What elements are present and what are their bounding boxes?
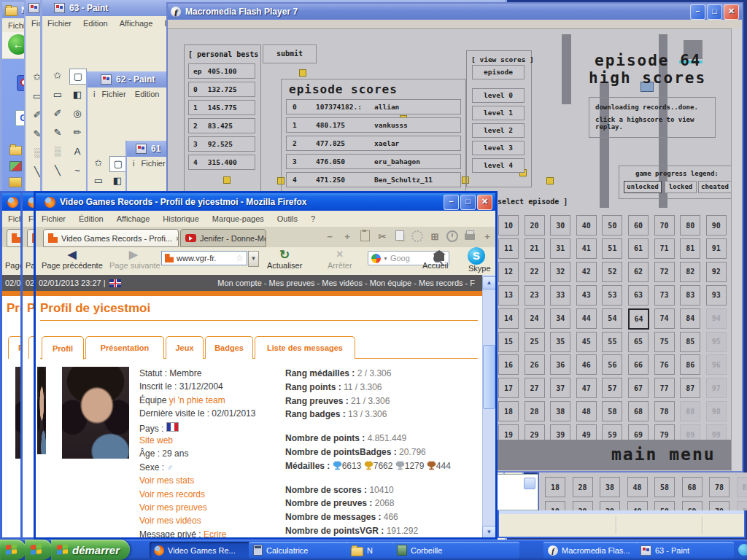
level-1-button[interactable]: level 1 bbox=[472, 106, 525, 120]
minimize-button[interactable]: – bbox=[444, 195, 459, 210]
profile-tab-badges[interactable]: Badges bbox=[205, 336, 253, 359]
brush-icon[interactable]: ✏ bbox=[69, 125, 85, 140]
episode-cell-26[interactable]: 26 bbox=[525, 354, 545, 375]
main-menu-button[interactable]: main menu bbox=[611, 445, 716, 464]
episode-cell-37[interactable]: 37 bbox=[550, 378, 570, 398]
profile-tab-jeux[interactable]: Jeux bbox=[166, 336, 204, 359]
episode-cell-48[interactable]: 48 bbox=[576, 401, 597, 421]
menu-[interactable]: ? bbox=[311, 214, 315, 223]
episode-cell-45[interactable]: 45 bbox=[576, 332, 597, 352]
profile-tab-pr-sentation[interactable]: Présentation bbox=[85, 336, 164, 359]
legend-unlocked-button[interactable]: unlocked bbox=[624, 181, 662, 193]
episode-cell-54[interactable]: 54 bbox=[602, 308, 622, 329]
home-icon[interactable] bbox=[434, 254, 444, 261]
profile-link[interactable]: Voir mes records bbox=[139, 489, 205, 499]
scroll-thumb[interactable] bbox=[483, 345, 495, 409]
episode-cell-64[interactable]: 64 bbox=[628, 308, 649, 330]
taskbar-item-video-games-re-[interactable]: Video Games Re... bbox=[150, 542, 253, 559]
episode-cell-11[interactable]: 11 bbox=[498, 238, 519, 259]
scroll-up-button[interactable]: ▲ bbox=[482, 276, 495, 289]
episode-score-row[interactable]: 0107374182.:allian bbox=[286, 99, 461, 114]
add-icon[interactable]: + bbox=[481, 230, 494, 244]
profile-link[interactable]: Voir mes vidéos bbox=[139, 516, 201, 526]
spinner-icon[interactable] bbox=[411, 230, 424, 244]
history-clock-icon[interactable] bbox=[446, 230, 459, 244]
episode-cell-16[interactable]: 16 bbox=[498, 354, 519, 375]
episode-cell-52[interactable]: 52 bbox=[602, 262, 622, 282]
tab-youtube[interactable]: Jenifer - Donne-Moi Le Tem... bbox=[180, 229, 266, 247]
ghost-menubar[interactable]: Fichier bbox=[2, 211, 20, 227]
episode-cell-82[interactable]: 82 bbox=[680, 262, 700, 282]
ghost-profile-tab[interactable]: Profil bbox=[28, 336, 34, 359]
episode-cell-27[interactable]: 27 bbox=[525, 378, 545, 398]
episode-cell-34[interactable]: 34 bbox=[550, 308, 570, 329]
forward-icon[interactable]: ▶ bbox=[129, 248, 138, 261]
ghost-tab[interactable]: Video Games Records - Profi... bbox=[7, 229, 20, 247]
episode-cell-87[interactable]: 87 bbox=[680, 378, 700, 398]
episode-cell-71[interactable]: 71 bbox=[654, 238, 675, 259]
back-button[interactable]: Page précédente bbox=[42, 261, 103, 270]
episode-cell-51[interactable]: 51 bbox=[602, 238, 622, 259]
episode-cell-83[interactable]: 83 bbox=[680, 285, 700, 306]
profile-link[interactable]: yi 'n phie team bbox=[169, 395, 225, 405]
skype-icon[interactable]: S bbox=[468, 247, 485, 265]
search-engine-dropdown[interactable]: ▼ bbox=[383, 256, 388, 261]
print-icon[interactable] bbox=[463, 230, 476, 244]
home-button[interactable]: Accueil bbox=[422, 261, 448, 270]
legend-locked-button[interactable]: locked bbox=[665, 181, 697, 193]
curve-icon[interactable]: ~ bbox=[69, 163, 85, 178]
firefox-menubar[interactable]: FichierÉditionAffichageHistoriqueMarque-… bbox=[36, 211, 495, 227]
episode-cell-84[interactable]: 84 bbox=[680, 308, 700, 329]
level-0-button[interactable]: level 0 bbox=[472, 88, 525, 103]
personal-best-row[interactable]: ep405.100 bbox=[188, 63, 255, 79]
scroll-down-button[interactable]: ▼ bbox=[482, 526, 495, 537]
taskbar-item-63-paint[interactable]: 63 - Paint bbox=[636, 542, 734, 559]
uk-flag-icon[interactable] bbox=[109, 279, 121, 287]
ghost-profile-tab[interactable]: Profil bbox=[8, 336, 20, 359]
refresh-button[interactable]: Actualiser bbox=[267, 261, 302, 270]
episode-cell-36[interactable]: 36 bbox=[550, 354, 570, 375]
free-select-icon[interactable]: ✩ bbox=[90, 156, 107, 171]
tray-icon[interactable] bbox=[738, 544, 747, 556]
firefox-window-ghost-1[interactable]: Video Games Records - Profil de yicestmo… bbox=[0, 191, 20, 540]
episode-cell-20[interactable]: 20 bbox=[525, 215, 545, 236]
episode-cell-41[interactable]: 41 bbox=[576, 238, 597, 259]
free-select-icon[interactable]: ✩ bbox=[50, 69, 66, 83]
menu-item-fichier[interactable]: Fichier bbox=[47, 19, 71, 28]
flash-scroll-strip[interactable] bbox=[731, 28, 742, 471]
skype-button[interactable]: Skype bbox=[468, 264, 491, 273]
pane-file-icon[interactable] bbox=[9, 177, 22, 187]
episode-cell-ghost-69[interactable]: 69 bbox=[682, 501, 703, 510]
cut-icon[interactable]: ✂ bbox=[376, 230, 389, 244]
episode-cell-60[interactable]: 60 bbox=[628, 215, 649, 236]
fill-icon[interactable]: ◧ bbox=[109, 174, 125, 188]
profile-tab-liste-des-messages[interactable]: Liste des messages bbox=[255, 336, 355, 359]
episode-cell-38[interactable]: 38 bbox=[550, 401, 570, 421]
forward-button[interactable]: Page suivante bbox=[109, 261, 160, 270]
episode-cell-63[interactable]: 63 bbox=[628, 285, 649, 306]
episode-cell-55[interactable]: 55 bbox=[602, 332, 622, 352]
taskbar-item-calculatrice[interactable]: Calculatrice bbox=[249, 542, 351, 559]
ghost-titlebar[interactable]: Video Games Records - Profil de yicestmo… bbox=[23, 193, 34, 211]
episode-cell-22[interactable]: 22 bbox=[525, 262, 545, 282]
taskbar-item-n[interactable]: N bbox=[347, 542, 398, 559]
text-icon[interactable]: A bbox=[69, 144, 85, 159]
page-scrollbar[interactable]: ▲ ▼ bbox=[482, 275, 495, 537]
episode-cell-93[interactable]: 93 bbox=[706, 285, 727, 306]
episode-cell-81[interactable]: 81 bbox=[680, 238, 700, 259]
url-bar[interactable]: www.vgr-fr. ☆ bbox=[161, 251, 247, 265]
episode-cell-91[interactable]: 91 bbox=[706, 238, 727, 259]
episode-cell-32[interactable]: 32 bbox=[550, 262, 570, 282]
taskbar-item-macromedia-flas-[interactable]: fMacromedia Flas... bbox=[543, 542, 641, 559]
episode-button[interactable]: episode bbox=[472, 65, 525, 79]
episode-cell-50[interactable]: 50 bbox=[602, 215, 622, 236]
ghost-menubar[interactable]: Fichier bbox=[23, 211, 34, 227]
profile-link[interactable]: Voir mes stats bbox=[139, 475, 194, 486]
episode-cell-ghost-89[interactable]: 89 bbox=[737, 501, 747, 510]
episode-cell-14[interactable]: 14 bbox=[498, 308, 519, 329]
flash-menubar[interactable] bbox=[168, 20, 742, 29]
menu-items[interactable]: i Fichier bbox=[133, 159, 166, 168]
episode-cell-ghost-58[interactable]: 58 bbox=[654, 477, 675, 497]
profile-link[interactable]: Site web bbox=[139, 435, 173, 446]
minimize-button[interactable]: – bbox=[690, 4, 705, 20]
